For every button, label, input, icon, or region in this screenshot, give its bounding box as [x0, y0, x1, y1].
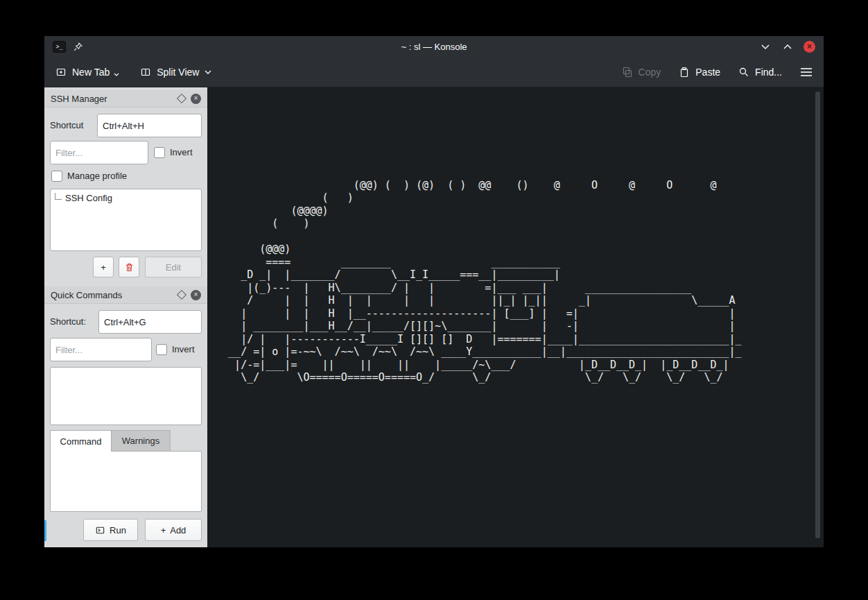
paste-icon [679, 67, 690, 78]
ssh-filter-input[interactable] [50, 141, 148, 164]
invert-label: Invert [172, 338, 195, 361]
shortcut-label: Shortcut [50, 114, 83, 137]
hamburger-menu-button[interactable] [800, 67, 813, 77]
tree-item-ssh-config[interactable]: SSH Config [51, 189, 201, 203]
desktop: ~ : sl — Konsole >_ [0, 0, 868, 600]
new-tab-button[interactable]: New Tab [55, 67, 119, 78]
search-icon [738, 67, 749, 78]
pin-icon[interactable] [73, 42, 83, 52]
invert-checkbox[interactable] [154, 147, 165, 158]
command-editor[interactable] [50, 451, 202, 512]
terminal-area[interactable]: (@@) ( ) (@) ( ) @@ () @ O @ O @ ( ) (@@… [207, 87, 824, 547]
tab-command[interactable]: Command [50, 430, 112, 452]
panel-close-button[interactable]: × [191, 290, 201, 300]
run-button[interactable]: Run [83, 519, 138, 541]
panel-title: Quick Commands [51, 290, 173, 300]
sidebar: SSH Manager × Shortcut Invert Manage pro… [44, 87, 207, 547]
trash-icon [124, 262, 134, 273]
invert-checkbox[interactable] [156, 344, 167, 355]
find-button[interactable]: Find... [738, 67, 782, 78]
ssh-shortcut-input[interactable] [97, 114, 202, 137]
close-icon: × [194, 291, 198, 298]
window-maximize-button[interactable] [781, 40, 794, 53]
plus-icon: + [101, 262, 106, 273]
qc-filter-input[interactable] [50, 338, 152, 361]
add-entry-button[interactable]: + [93, 257, 114, 277]
konsole-app-icon: >_ [53, 41, 66, 53]
shortcut-label: Shortcut: [50, 310, 86, 334]
ssh-config-list[interactable]: SSH Config [50, 189, 202, 251]
terminal-scrollbar[interactable] [815, 92, 820, 538]
titlebar[interactable]: ~ : sl — Konsole >_ [44, 36, 824, 57]
tree-branch-icon [55, 193, 62, 200]
window-minimize-button[interactable] [759, 40, 772, 53]
delete-entry-button[interactable] [119, 257, 139, 277]
chevron-up-icon [783, 44, 792, 50]
sl-ascii-art: (@@) ( ) (@) ( ) @@ () @ O @ O @ ( ) (@@… [209, 89, 742, 384]
window-title: ~ : sl — Konsole [44, 42, 824, 52]
chevron-down-icon [761, 44, 770, 50]
chevron-down-icon [114, 73, 119, 76]
close-icon: × [194, 95, 198, 102]
panel-float-icon[interactable] [177, 290, 186, 300]
hamburger-icon [800, 67, 813, 77]
ssh-manager-panel-header: SSH Manager × [44, 90, 207, 108]
paste-button[interactable]: Paste [679, 67, 720, 78]
invert-label: Invert [170, 141, 193, 164]
panel-title: SSH Manager [51, 94, 173, 104]
toolbar: New Tab Split View Copy [44, 57, 824, 87]
quick-commands-list[interactable] [50, 367, 202, 425]
panel-close-button[interactable]: × [191, 94, 201, 104]
focus-accent-bar [44, 520, 46, 541]
split-view-button[interactable]: Split View [140, 67, 211, 78]
close-icon: × [807, 42, 812, 51]
new-tab-icon [55, 67, 67, 78]
manage-profile-label: Manage profile [67, 164, 127, 188]
add-command-button[interactable]: + Add [145, 519, 202, 541]
copy-icon [622, 67, 633, 78]
tab-warnings[interactable]: Warnings [112, 430, 171, 452]
copy-button[interactable]: Copy [622, 67, 661, 78]
konsole-window: ~ : sl — Konsole >_ [44, 36, 824, 547]
plus-icon: + [161, 525, 166, 535]
edit-entry-button[interactable]: Edit [145, 257, 202, 277]
panel-float-icon[interactable] [177, 94, 186, 103]
qc-shortcut-input[interactable] [98, 310, 202, 334]
run-icon [95, 525, 105, 535]
split-view-icon [140, 67, 151, 78]
chevron-down-icon [205, 70, 211, 74]
window-close-button[interactable]: × [804, 41, 815, 53]
quick-commands-panel-header: Quick Commands × [44, 286, 207, 304]
manage-profile-checkbox[interactable] [51, 171, 62, 182]
